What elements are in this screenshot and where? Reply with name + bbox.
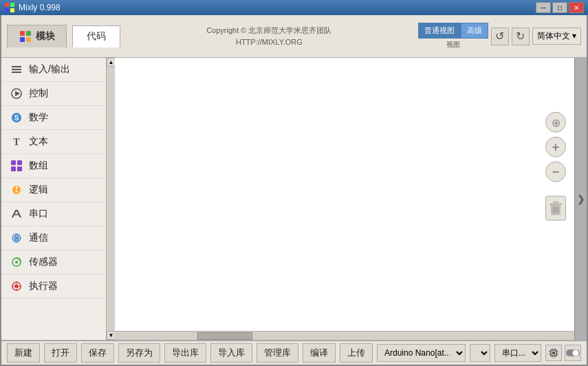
window-title: Mixly 0.998	[19, 3, 536, 12]
maximize-button[interactable]: □	[552, 2, 567, 13]
app-icon	[4, 2, 15, 13]
svg-rect-17	[17, 160, 22, 165]
import-lib-button[interactable]: 导入库	[210, 343, 252, 363]
workspace[interactable]: ⊕ + −	[115, 58, 574, 340]
svg-rect-4	[20, 31, 25, 36]
svg-rect-19	[17, 166, 22, 171]
tab-code[interactable]: 代码	[72, 25, 120, 47]
bottom-toolbar: 新建 打开 保存 另存为 导出库 导入库 管理库 编译 上传 Arduino N…	[1, 340, 587, 365]
manage-lib-button[interactable]: 管理库	[257, 343, 298, 363]
svg-text:T: T	[13, 137, 20, 147]
sidebar-item-logic[interactable]: 逻辑	[1, 178, 106, 202]
svg-rect-18	[11, 166, 16, 171]
toolbar-actions: ↺ ↻	[491, 28, 530, 45]
sidebar-scrollbar: ▲ ▼	[106, 58, 115, 340]
sensor-icon	[10, 255, 23, 269]
toolbar: 模块 代码 Copyright © 北京师范大学米思齐团队 HTTP://MIX…	[1, 15, 587, 58]
compile-button[interactable]: 编译	[303, 343, 336, 363]
sidebar-item-array[interactable]: 数组	[1, 154, 106, 178]
normal-view-button[interactable]: 普通视图	[418, 23, 461, 39]
device-select[interactable]: Arduino Nano[at...	[377, 344, 466, 362]
new-button[interactable]: 新建	[7, 343, 40, 363]
puzzle-icon	[19, 30, 32, 43]
sidebar-item-io[interactable]: 输入/输出	[1, 58, 106, 82]
sidebar-content: 输入/输出 控制 S	[1, 58, 106, 340]
toggle-icon-button[interactable]	[565, 345, 581, 361]
workspace-controls: ⊕ + −	[545, 112, 566, 221]
device-dropdown[interactable]: ▾	[470, 344, 490, 362]
workspace-hscrollbar[interactable]	[115, 331, 574, 340]
svg-point-50	[573, 350, 579, 356]
close-button[interactable]: ✕	[569, 2, 584, 13]
svg-text:S: S	[14, 114, 19, 122]
math-icon: S	[10, 111, 23, 125]
settings-icon-button[interactable]	[545, 345, 562, 361]
trash-icon	[548, 200, 563, 217]
svg-rect-40	[552, 352, 555, 354]
zoom-in-button[interactable]: +	[545, 137, 566, 158]
center-view-button[interactable]: ⊕	[545, 112, 566, 133]
svg-rect-16	[11, 160, 16, 165]
sidebar-item-actuator[interactable]: 执行器	[1, 274, 106, 299]
svg-rect-3	[10, 8, 14, 12]
sidebar-item-comm[interactable]: 通信	[1, 226, 106, 250]
svg-rect-1	[10, 3, 14, 7]
export-lib-button[interactable]: 导出库	[164, 343, 206, 363]
cpu-icon	[548, 347, 559, 358]
svg-point-22	[16, 191, 18, 193]
array-icon	[10, 159, 23, 173]
text-icon: T	[10, 135, 23, 149]
svg-rect-2	[5, 8, 9, 12]
tab-modules[interactable]: 模块	[7, 25, 67, 47]
undo-button[interactable]: ↺	[491, 28, 509, 45]
window-controls: ─ □ ✕	[536, 2, 584, 13]
open-button[interactable]: 打开	[44, 343, 77, 363]
sidebar-item-math[interactable]: S 数学	[1, 106, 106, 130]
chevron-right-icon: ❯	[577, 193, 585, 204]
main-window: 模块 代码 Copyright © 北京师范大学米思齐团队 HTTP://MIX…	[0, 15, 588, 366]
hscrollbar-thumb[interactable]	[197, 332, 252, 340]
trash-button[interactable]	[545, 196, 566, 221]
minimize-button[interactable]: ─	[536, 2, 551, 13]
content-area: 输入/输出 控制 S	[1, 58, 587, 340]
zoom-out-button[interactable]: −	[545, 162, 566, 182]
title-bar: Mixly 0.998 ─ □ ✕	[0, 0, 588, 15]
serial-icon	[10, 207, 23, 221]
actuator-icon	[10, 279, 23, 293]
svg-rect-35	[553, 202, 558, 204]
advanced-view-button[interactable]: 高级	[461, 23, 488, 39]
port-select[interactable]: 串口...	[494, 344, 541, 362]
sidebar-item-sensor[interactable]: 传感器	[1, 250, 106, 274]
svg-point-26	[15, 261, 18, 263]
logic-icon	[10, 183, 23, 197]
sidebar-scroll-down[interactable]: ▼	[107, 331, 115, 340]
sidebar-item-text[interactable]: T 文本	[1, 130, 106, 154]
upload-button[interactable]: 上传	[340, 343, 373, 363]
svg-rect-0	[5, 3, 9, 7]
copyright-area: Copyright © 北京师范大学米思齐团队 HTTP://MIXLY.ORG	[123, 25, 415, 47]
sidebar-item-serial[interactable]: 串口	[1, 202, 106, 226]
svg-rect-7	[26, 37, 31, 42]
control-icon	[10, 87, 23, 100]
save-button[interactable]: 保存	[81, 343, 114, 363]
sidebar-scroll-up[interactable]: ▲	[107, 58, 115, 67]
view-buttons-row: 普通视图 高级	[418, 23, 488, 39]
right-panel-toggle[interactable]: ❯	[574, 58, 587, 340]
comm-icon	[10, 231, 23, 245]
copyright-line2: HTTP://MIXLY.ORG	[123, 36, 415, 48]
svg-rect-34	[549, 204, 562, 206]
sidebar-item-control[interactable]: 控制	[1, 82, 106, 106]
save-as-button[interactable]: 另存为	[118, 343, 160, 363]
svg-marker-12	[15, 91, 20, 96]
svg-point-28	[14, 284, 19, 288]
redo-button[interactable]: ↻	[512, 28, 530, 45]
copyright-line1: Copyright © 北京师范大学米思齐团队	[123, 25, 415, 36]
io-icon	[10, 63, 23, 76]
bottom-icons	[545, 345, 581, 361]
toggle-icon	[566, 349, 580, 357]
svg-point-24	[15, 237, 18, 239]
language-select[interactable]: 简体中文 ▾	[532, 28, 581, 45]
view-button-group: 普通视图 高级 视图	[418, 23, 488, 50]
svg-rect-6	[20, 37, 25, 42]
sidebar-scroll-track[interactable]	[107, 67, 115, 331]
